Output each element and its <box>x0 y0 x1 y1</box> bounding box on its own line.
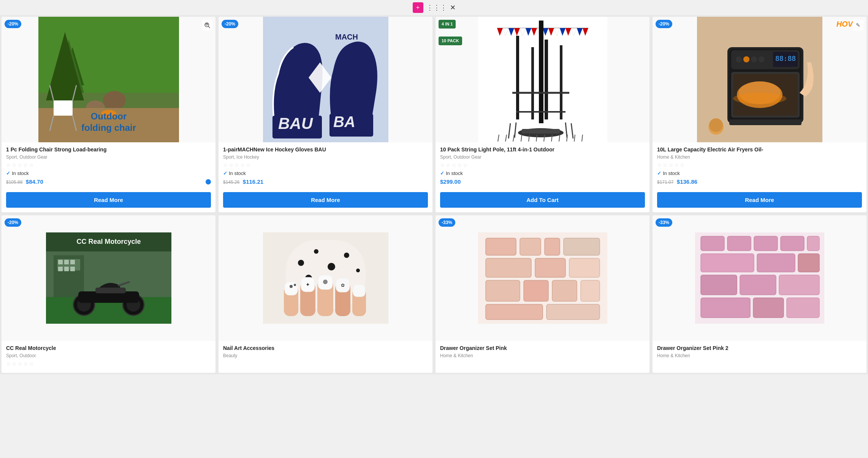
sale-price: $116.21 <box>243 178 263 185</box>
price-row: $171.07 $136.86 <box>657 178 862 185</box>
star-1: ☆ <box>6 162 11 168</box>
checkmark-icon: ✓ <box>657 170 661 176</box>
top-control-bar: + ⋮⋮⋮ ✕ <box>0 0 868 15</box>
star-2: ☆ <box>12 162 17 168</box>
read-more-button[interactable]: Read More <box>657 192 862 208</box>
svg-rect-90 <box>58 260 63 264</box>
svg-rect-152 <box>798 254 819 272</box>
star-3: ☆ <box>17 162 22 168</box>
star-1: ☆ <box>657 162 662 168</box>
svg-point-123 <box>323 280 328 284</box>
prices: $171.07 $136.86 <box>657 178 697 185</box>
checkmark-icon: ✓ <box>223 170 227 176</box>
product-category: Home & Kitchen <box>657 353 862 358</box>
svg-rect-150 <box>701 254 754 272</box>
svg-rect-141 <box>486 304 543 320</box>
svg-text:88:88: 88:88 <box>775 54 795 62</box>
product-title: CC Real Motorcycle <box>6 345 211 351</box>
product-title: 1-pairMACHNew Ice Hockey Gloves BAU <box>223 146 428 153</box>
star-rating: ☆ ☆ ☆ ☆ ☆ <box>223 162 428 168</box>
price-row: $105.88 $84.70 <box>6 178 211 185</box>
svg-rect-151 <box>757 254 795 272</box>
star-1: ☆ <box>440 162 445 168</box>
product-image-container: ✦ ✿ <box>219 215 432 341</box>
product-image-container: -33% <box>653 215 866 341</box>
star-rating: ☆ ☆ ☆ ☆ ☆ <box>6 361 211 367</box>
discount-badge: -20% <box>5 20 21 28</box>
in-stock-indicator: ✓ In stock <box>6 170 211 176</box>
svg-text:Outdoor: Outdoor <box>90 111 127 121</box>
product-image-air-fryer: 88:88 <box>653 17 866 142</box>
svg-rect-153 <box>701 275 737 295</box>
svg-text:MACH: MACH <box>335 33 358 41</box>
prices: $145.26 $116.21 <box>223 178 263 185</box>
image-search-button[interactable] <box>202 20 212 30</box>
svg-text:BAU: BAU <box>278 114 314 132</box>
star-3: ☆ <box>17 361 22 367</box>
product-card-organizer-2: -33% Drawer Organizer Set Pink 2 Home & … <box>653 215 866 373</box>
svg-rect-9 <box>54 100 73 116</box>
star-5: ☆ <box>29 361 34 367</box>
svg-rect-149 <box>807 236 819 251</box>
product-title: Drawer Organizer Set Pink 2 <box>657 345 862 351</box>
star-2: ☆ <box>446 162 451 168</box>
add-to-cart-button[interactable]: Add To Cart <box>440 192 645 208</box>
product-image-string-light <box>436 17 649 142</box>
svg-rect-140 <box>581 280 600 301</box>
edit-button[interactable]: ✎ <box>853 20 863 30</box>
discount-badge: -20% <box>656 20 672 28</box>
svg-rect-93 <box>58 267 63 271</box>
product-title: 10 Pack String Light Pole, 11ft 4-in-1 O… <box>440 146 645 153</box>
svg-rect-138 <box>524 280 548 301</box>
svg-rect-47 <box>539 21 543 123</box>
checkmark-icon: ✓ <box>440 170 444 176</box>
svg-point-108 <box>314 249 318 254</box>
drag-handle[interactable]: ⋮⋮⋮ <box>426 3 447 12</box>
star-rating: ☆ ☆ ☆ ☆ ☆ <box>6 162 211 168</box>
product-info: 1 Pc Folding Chair Strong Load-bearing S… <box>2 142 215 189</box>
read-more-button[interactable]: Read More <box>6 192 211 208</box>
star-4: ☆ <box>23 162 28 168</box>
star-4: ☆ <box>23 361 28 367</box>
product-image-container: BAU BA MACH -20% <box>219 17 432 142</box>
add-button[interactable]: + <box>413 2 423 13</box>
product-category: Home & Kitchen <box>657 154 862 160</box>
price-row: $299.00 <box>440 178 645 185</box>
product-card-organizer-1: -33% Drawer Organizer Set Pink Home & Ki… <box>436 215 649 373</box>
product-category: Sport, Ice Hockey <box>223 154 428 160</box>
svg-rect-128 <box>353 285 365 297</box>
star-4: ☆ <box>674 162 679 168</box>
svg-rect-83 <box>729 119 801 125</box>
svg-line-17 <box>208 26 210 28</box>
svg-rect-147 <box>754 236 778 251</box>
star-1: ☆ <box>223 162 228 168</box>
svg-rect-133 <box>564 238 600 255</box>
svg-point-107 <box>298 260 304 266</box>
close-button[interactable]: ✕ <box>450 3 456 12</box>
product-image-container: 4 IN 1 10 PACK <box>436 17 649 142</box>
product-category: Sport, Outdoor Gear <box>6 154 211 160</box>
in-stock-indicator: ✓ In stock <box>223 170 428 176</box>
svg-rect-132 <box>545 238 560 255</box>
svg-text:CC Real Motorcycle: CC Real Motorcycle <box>76 238 141 245</box>
blue-dot-indicator <box>206 179 211 184</box>
svg-text:✿: ✿ <box>341 283 345 288</box>
svg-rect-157 <box>753 298 784 318</box>
svg-rect-102 <box>95 288 126 293</box>
products-grid: Outdoor folding chair -20% 1 Pc Folding … <box>0 15 868 374</box>
svg-rect-44 <box>531 47 534 119</box>
product-image-folding-chair: Outdoor folding chair <box>2 17 215 142</box>
product-image-nails: ✦ ✿ <box>219 215 432 341</box>
svg-point-85 <box>709 118 723 132</box>
sale-price: $84.70 <box>26 178 43 185</box>
star-rating: ☆ ☆ ☆ ☆ ☆ <box>440 162 645 168</box>
star-3: ☆ <box>668 162 673 168</box>
svg-point-75 <box>743 56 749 62</box>
svg-point-82 <box>733 93 786 104</box>
hov-logo: HOV <box>836 20 853 29</box>
star-1: ☆ <box>6 361 11 367</box>
read-more-button[interactable]: Read More <box>223 192 428 208</box>
star-rating: ☆ ☆ ☆ ☆ ☆ <box>657 162 862 168</box>
checkmark-icon: ✓ <box>6 170 10 176</box>
original-price: $105.88 <box>6 180 22 185</box>
